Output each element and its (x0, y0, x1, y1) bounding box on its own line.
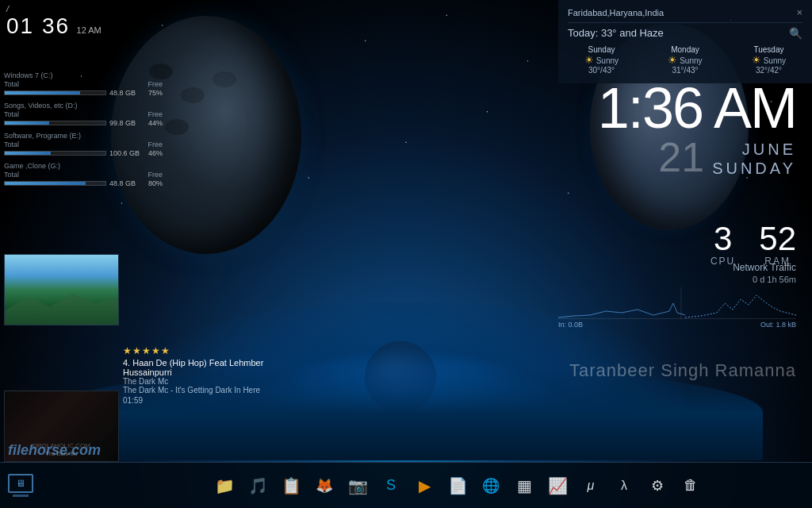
rainmeter-icon: 🖥 (8, 474, 33, 497)
taskbar-icon-skype[interactable]: S (377, 471, 405, 500)
ram-value: 52 (759, 222, 796, 256)
weather-day-sunday: Sunday ☀ Sunny 30°/43° (568, 45, 635, 75)
nature-thumbnail (4, 254, 119, 325)
weather-close-button[interactable]: × (796, 6, 802, 18)
big-weekday: SUNDAY (712, 159, 796, 178)
taskbar-icon-folder[interactable]: 📁 (210, 471, 239, 500)
disk-e-bar (4, 151, 106, 156)
big-month: JUNE (712, 140, 796, 159)
weather-location-bar: Faridabad,Haryana,India × (568, 6, 802, 23)
day-tuesday-sun-icon: ☀ Sunny (735, 54, 802, 66)
disk-g-bar (4, 181, 106, 186)
taskbar-icon-mu[interactable]: μ (576, 471, 605, 500)
disk-c-pct: 75% (148, 89, 163, 97)
weather-days: Sunday ☀ Sunny 30°/43° Monday ☀ Sunny 31… (568, 43, 802, 77)
disk-d-bar (4, 121, 106, 125)
disk-g-total-label: Total (4, 171, 19, 179)
big-day-num: 21 (658, 137, 704, 178)
disk-g: Game ,Clone (G:) Total Free 48.8 GB 80% (4, 162, 163, 187)
taskbar-icon-document[interactable]: 📋 (277, 471, 305, 500)
track-time: 01:59 (123, 396, 297, 405)
day-monday-sun-icon: ☀ Sunny (652, 54, 719, 66)
taskbar-icon-settings[interactable]: ⚙ (643, 471, 672, 500)
day-tuesday-temp: 32°/42° (735, 66, 802, 75)
filehorse-text: filehorse (8, 442, 67, 458)
weather-day-monday: Monday ☀ Sunny 31°/43° (652, 45, 719, 75)
network-title: Network Traffic (558, 262, 796, 273)
disk-e-fill (5, 152, 51, 155)
weather-panel: Faridabad,Haryana,India × Today: 33° and… (558, 0, 812, 83)
network-out-label: Out: 1.8 kB (760, 321, 796, 329)
day-tuesday-name: Tuesday (735, 45, 802, 54)
disk-e-totals: Total Free (4, 140, 163, 148)
disk-e-total-label: Total (4, 140, 19, 148)
network-in-label: In: 0.0B (558, 321, 583, 329)
disk-e-label: Software, Programe (E:) (4, 132, 81, 140)
network-svg (558, 287, 796, 319)
disk-panel: Windows 7 (C:) Total Free 48.8 GB 75% So… (4, 32, 163, 192)
taskbar-icon-vlc[interactable]: ▶ (410, 471, 439, 500)
taskbar-icon-web[interactable]: 🌐 (477, 471, 505, 500)
taskbar-icon-music[interactable]: 🎵 (243, 471, 272, 500)
big-month-day: JUNE SUNDAY (712, 140, 796, 178)
day-monday-temp: 31°/43° (652, 66, 719, 75)
track-rating: ★★★★★ (123, 345, 297, 356)
weather-location: Faridabad,Haryana,India (568, 8, 664, 17)
disk-g-totals: Total Free (4, 171, 163, 179)
ram-block: 52 RAM (759, 222, 796, 267)
search-icon[interactable]: 🔍 (789, 27, 802, 40)
disk-g-free-label: Free (147, 171, 163, 179)
disk-c-label: Windows 7 (C:) (4, 71, 53, 79)
taskbar-icon-firefox[interactable]: 🦊 (310, 471, 339, 500)
disk-c-totals: Total Free (4, 80, 163, 88)
disk-d-fill (5, 121, 49, 125)
network-graph (558, 287, 796, 319)
disk-e-meta: Software, Programe (E:) (4, 132, 163, 140)
day-sunday-cond: Sunny (596, 56, 619, 65)
filehorse-domain: .com (67, 442, 101, 458)
name-watermark: Taranbeer Singh Ramanna (569, 360, 796, 381)
disk-d-meta: Songs, Videos, etc (D:) (4, 102, 163, 110)
disk-g-label: Game ,Clone (G:) (4, 162, 60, 170)
taskbar-icon-file[interactable]: 📄 (443, 471, 472, 500)
disk-d-label: Songs, Videos, etc (D:) (4, 102, 77, 110)
disk-c-free-label: Free (147, 80, 163, 88)
big-date-row: 21 JUNE SUNDAY (598, 137, 796, 178)
track-title: 4. Haan De (Hip Hop) Feat Lehmber Hussai… (123, 358, 297, 377)
network-uptime: 0 d 1h 56m (558, 275, 796, 284)
taskbar-icon-camera[interactable]: 📷 (343, 471, 372, 500)
disk-d-pct: 44% (148, 119, 163, 127)
taskbar-icon-trash[interactable]: 🗑 (676, 471, 705, 500)
big-clock: 1:36 AM 21 JUNE SUNDAY (598, 79, 796, 178)
disk-e-pct: 46% (148, 149, 163, 157)
disk-c-meta: Windows 7 (C:) (4, 71, 163, 79)
disk-d: Songs, Videos, etc (D:) Total Free 99.8 … (4, 102, 163, 127)
disk-c-total-label: Total (4, 80, 19, 88)
cpu-block: 3 CPU (710, 222, 735, 267)
taskbar: 🖥 📁 🎵 📋 🦊 📷 S ▶ 📄 🌐 ▦ 📈 μ λ ⚙ 🗑 (0, 462, 812, 508)
taskbar-icon-lambda[interactable]: λ (610, 471, 638, 500)
disk-e: Software, Programe (E:) Total Free 100.6… (4, 132, 163, 157)
disk-g-pct: 80% (148, 179, 163, 187)
filehorse-logo: filehorse.com (8, 442, 101, 459)
taskbar-icon-line-chart[interactable]: 📈 (543, 471, 572, 500)
network-panel: Network Traffic 0 d 1h 56m In: 0.0B Out:… (558, 262, 796, 329)
taskbar-icon-bar-chart[interactable]: ▦ (510, 471, 538, 500)
day-sunday-sun-icon: ☀ Sunny (568, 54, 635, 66)
track-full-title: The Dark Mc - It's Getting Dark In Here (123, 386, 297, 394)
clock-hand-icon: / (6, 4, 102, 13)
day-tuesday-cond: Sunny (764, 56, 786, 65)
disk-c: Windows 7 (C:) Total Free 48.8 GB 75% (4, 71, 163, 97)
nature-image (5, 255, 118, 325)
network-labels: In: 0.0B Out: 1.8 kB (558, 321, 796, 329)
cpu-value: 3 (710, 222, 735, 256)
sys-stats: 3 CPU 52 RAM (710, 222, 796, 267)
disk-g-meta: Game ,Clone (G:) (4, 162, 163, 170)
weather-today: Today: 33° and Haze (568, 23, 664, 43)
day-sunday-temp: 30°/43° (568, 66, 635, 75)
weather-day-tuesday: Tuesday ☀ Sunny 32°/42° (735, 45, 802, 75)
disk-d-total-label: Total (4, 110, 19, 118)
disk-c-bar (4, 90, 106, 95)
disk-c-size: 48.8 GB (109, 89, 145, 97)
disk-e-free-label: Free (147, 140, 163, 148)
